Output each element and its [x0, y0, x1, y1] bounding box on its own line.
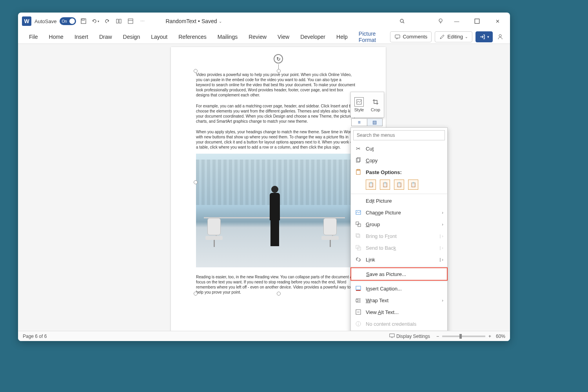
- undo-icon[interactable]: ▾: [91, 17, 100, 25]
- tab-picture-format[interactable]: Picture Format: [353, 28, 390, 45]
- menu-group-label: Group: [366, 221, 380, 227]
- doc-dropdown-icon[interactable]: ⌄: [219, 19, 222, 24]
- tab-layout[interactable]: Layout: [145, 31, 173, 42]
- statusbar: Page 6 of 6 Display Settings − + 60%: [18, 331, 510, 341]
- alt-text-icon: [355, 309, 362, 316]
- paste-option-1[interactable]: 📋: [366, 180, 376, 190]
- layout-opts-icon-2: ▤: [367, 119, 383, 126]
- tab-home[interactable]: Home: [44, 31, 69, 42]
- menu-link[interactable]: Link | ›: [351, 254, 447, 265]
- chevron-right-icon: | ›: [439, 257, 443, 262]
- picture-mini-toolbar: Style Crop: [350, 92, 384, 118]
- document-area: ↻ Video provides a powerful way to help …: [18, 44, 510, 331]
- zoom-out-button[interactable]: −: [436, 334, 439, 339]
- svg-rect-29: [356, 299, 358, 301]
- zoom-thumb[interactable]: [459, 334, 462, 339]
- menu-group[interactable]: Group ›: [351, 218, 447, 230]
- rotate-handle[interactable]: ↻: [274, 54, 283, 64]
- comments-button[interactable]: Comments: [390, 31, 432, 42]
- paste-option-2[interactable]: 📋: [380, 180, 390, 190]
- comment-icon: [394, 34, 401, 40]
- selection-handle-bm[interactable]: [277, 292, 281, 296]
- paste-option-3[interactable]: 📋: [394, 180, 404, 190]
- tab-draw[interactable]: Draw: [94, 31, 118, 42]
- menu-no-content-credentials-label: No content credentials: [366, 321, 416, 327]
- menu-separator: [351, 194, 447, 194]
- zoom-slider[interactable]: [442, 336, 485, 337]
- close-button[interactable]: ✕: [489, 15, 506, 27]
- menu-insert-caption[interactable]: Insert Caption...: [351, 283, 447, 294]
- tab-insert[interactable]: Insert: [69, 31, 94, 42]
- page-info[interactable]: Page 6 of 6: [23, 334, 47, 339]
- menu-save-as-picture[interactable]: Save as Picture...: [350, 267, 448, 281]
- qat-overflow-icon[interactable]: ⋯: [138, 17, 147, 25]
- pencil-icon: [439, 34, 445, 40]
- selection-handle-tm[interactable]: [277, 69, 281, 73]
- editing-button[interactable]: Editing ⌄: [435, 31, 472, 42]
- paste-option-4[interactable]: 📋: [408, 180, 418, 190]
- zoom-level[interactable]: 60%: [496, 334, 505, 339]
- selection-handle-tl[interactable]: [194, 69, 198, 73]
- style-button[interactable]: Style: [351, 92, 367, 117]
- send-back-icon: [355, 244, 362, 251]
- menu-cut[interactable]: ✂ Cut: [351, 143, 447, 154]
- zoom-in-button[interactable]: +: [488, 334, 491, 339]
- link-icon: [355, 256, 362, 263]
- search-icon[interactable]: [398, 17, 407, 25]
- svg-rect-11: [475, 19, 479, 23]
- tab-developer[interactable]: Developer: [295, 31, 331, 42]
- context-menu: ✂ Cut Copy Paste Options: 📋 📋 📋 📋 Edit P…: [350, 127, 448, 331]
- svg-rect-22: [357, 234, 360, 238]
- menu-separator: [351, 266, 447, 267]
- svg-point-8: [439, 19, 442, 22]
- maximize-button[interactable]: [468, 15, 486, 27]
- tab-help[interactable]: Help: [331, 31, 353, 42]
- paste-options-label: Paste Options:: [366, 169, 402, 175]
- editing-label: Editing: [447, 34, 463, 40]
- tab-references[interactable]: References: [173, 31, 212, 42]
- tab-file[interactable]: File: [24, 31, 44, 42]
- menu-bring-to-front: Bring to Front | ›: [351, 230, 447, 242]
- menu-view-alt-text[interactable]: View Alt Text...: [351, 306, 447, 318]
- menu-edit-picture-label: Edit Picture: [366, 198, 392, 204]
- crop-button[interactable]: Crop: [367, 92, 384, 117]
- save-icon[interactable]: [79, 17, 88, 25]
- menu-edit-picture[interactable]: Edit Picture: [351, 195, 447, 207]
- minimize-button[interactable]: —: [448, 15, 465, 27]
- qat-icon-1[interactable]: [114, 17, 123, 25]
- chevron-down-icon: ⌄: [465, 35, 468, 39]
- qat-icon-2[interactable]: [126, 17, 135, 25]
- menu-copy[interactable]: Copy: [351, 154, 447, 166]
- svg-rect-21: [358, 224, 361, 227]
- menu-change-picture[interactable]: Change Picture ›: [351, 207, 447, 218]
- redo-icon[interactable]: [103, 17, 111, 25]
- tab-design[interactable]: Design: [118, 31, 146, 42]
- tab-mailings[interactable]: Mailings: [212, 31, 243, 42]
- menu-separator: [351, 330, 447, 331]
- menu-wrap-text[interactable]: Wrap Text ›: [351, 294, 447, 306]
- layout-options-button[interactable]: ≡ ▤: [351, 118, 383, 126]
- paste-icon: [355, 169, 362, 176]
- lightbulb-icon[interactable]: [436, 17, 445, 25]
- selected-picture[interactable]: [196, 154, 353, 267]
- autosave-toggle[interactable]: On: [60, 17, 76, 25]
- tab-review[interactable]: Review: [243, 31, 272, 42]
- display-settings[interactable]: Display Settings: [396, 334, 430, 339]
- menu-search-input[interactable]: [353, 130, 445, 140]
- account-icon[interactable]: [496, 33, 505, 41]
- menu-link-label: Link: [366, 257, 375, 263]
- menu-send-back-label: Send to Back: [366, 245, 396, 251]
- display-settings-icon: [389, 333, 395, 339]
- tab-view[interactable]: View: [272, 31, 295, 42]
- chevron-right-icon: ›: [442, 298, 443, 303]
- menu-separator: [351, 281, 447, 282]
- selection-handle-bl[interactable]: [194, 292, 198, 296]
- style-label: Style: [354, 107, 364, 112]
- svg-point-13: [499, 34, 501, 37]
- blank-icon: [355, 197, 362, 204]
- cut-icon: ✂: [355, 145, 362, 152]
- share-button[interactable]: ▾: [475, 31, 493, 42]
- menu-cut-label: Cut: [366, 146, 374, 152]
- doc-sep: •: [198, 18, 200, 24]
- selection-handle-ml[interactable]: [194, 180, 198, 184]
